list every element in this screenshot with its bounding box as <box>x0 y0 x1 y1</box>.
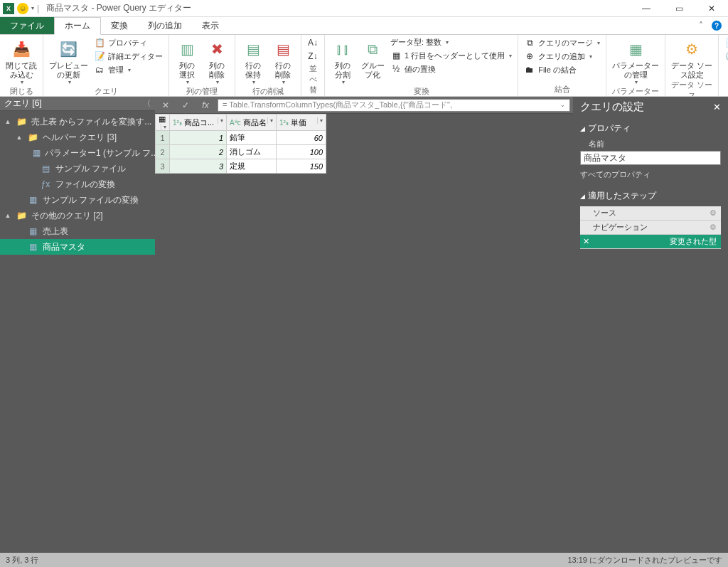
steps-list: ソース⚙ナビゲーション⚙✕変更された型 <box>580 206 721 249</box>
name-label: 名前 <box>580 137 721 151</box>
formula-commit-button[interactable]: ✓ <box>178 99 193 112</box>
tree-item[interactable]: ƒxファイルの変換 <box>0 176 155 192</box>
column-header[interactable]: 1²₃商品コ...▾ <box>170 115 227 131</box>
replace-values-button[interactable]: ½値の置換 <box>389 63 513 75</box>
datasource-settings-button[interactable]: ⚙データ ソー ス設定 <box>670 36 714 79</box>
tree-item[interactable]: ▲📁売上表 からファイルを変換す... <box>0 114 155 129</box>
close-load-button[interactable]: 📥 閉じて読 み込む ▾ <box>4 36 38 85</box>
tab-home[interactable]: ホーム <box>54 17 101 35</box>
step-item[interactable]: ナビゲーション⚙ <box>580 221 721 235</box>
tab-addcolumn[interactable]: 列の追加 <box>138 17 192 34</box>
refresh-preview-button[interactable]: 🔄 プレビュー の更新 ▾ <box>48 36 90 85</box>
all-properties-link[interactable]: すべてのプロパティ <box>580 165 721 184</box>
step-item[interactable]: ✕変更された型 <box>580 235 721 249</box>
tree-item[interactable]: ▤サンプル ファイル <box>0 161 155 176</box>
applied-steps-header[interactable]: ◢適用したステップ <box>580 187 721 205</box>
cell[interactable]: 1 <box>170 131 227 145</box>
minimize-button[interactable]: — <box>630 0 663 17</box>
help-button[interactable]: ? <box>710 17 724 34</box>
advanced-editor-button[interactable]: 📝詳細エディター <box>92 50 164 63</box>
column-header[interactable]: 1²₃単価▾ <box>277 115 326 131</box>
group-sort-label: 並べ替え <box>306 63 320 97</box>
cell[interactable]: 消しゴム <box>227 145 277 159</box>
cell[interactable]: 60 <box>277 131 326 145</box>
ribbon-collapse[interactable]: ˄ <box>694 17 708 34</box>
manage-button[interactable]: 🗂管理▾ <box>92 63 164 76</box>
remove-rows-icon: ▤ <box>272 38 294 60</box>
settings-title: クエリの設定 <box>580 100 644 114</box>
datatype-button[interactable]: データ型: 整数▾ <box>389 36 513 48</box>
remove-rows-button[interactable]: ▤行の 削除▾ <box>269 36 296 85</box>
column-header[interactable]: Aᴮc商品名▾ <box>227 115 277 131</box>
formula-bar: ✕ ✓ fx = Table.TransformColumnTypes(商品マス… <box>155 97 573 114</box>
manage-parameters-button[interactable]: ▦パラメーター の管理▾ <box>611 36 660 85</box>
cell[interactable]: 150 <box>277 159 326 174</box>
formula-expand-icon[interactable]: ⌄ <box>560 102 565 108</box>
merge-queries-button[interactable]: ⧉クエリのマージ▾ <box>523 36 601 49</box>
tree-item-label: パラメーター1 (サンプル フ... <box>45 147 155 159</box>
delete-step-icon[interactable]: ✕ <box>583 237 590 246</box>
step-label: ソース <box>593 208 616 218</box>
tab-transform[interactable]: 変換 <box>101 17 138 34</box>
title-divider: | <box>37 4 39 14</box>
settings-close-icon[interactable]: ✕ <box>713 102 721 112</box>
maximize-button[interactable]: ▭ <box>663 0 695 17</box>
new-source-icon: 📄 <box>724 37 728 48</box>
smiley-icon: ☺ <box>17 3 28 14</box>
cell[interactable]: 3 <box>170 159 227 174</box>
row-header[interactable]: 3 <box>156 159 170 174</box>
step-settings-icon[interactable]: ⚙ <box>710 223 717 232</box>
query-icon: ▦ <box>27 226 38 237</box>
grid-corner[interactable]: ▦▾ <box>156 115 170 131</box>
step-item[interactable]: ソース⚙ <box>580 206 721 221</box>
tree-item-label: ファイルの変換 <box>55 179 115 191</box>
tab-file[interactable]: ファイル <box>0 17 54 34</box>
titlebar: X ☺ ▾ | 商品マスタ - Power Query エディター — ▭ ✕ <box>0 0 728 17</box>
sort-desc-button[interactable]: Z↓ <box>306 50 320 63</box>
merge-icon: ⧉ <box>524 37 535 48</box>
close-button[interactable]: ✕ <box>695 0 728 17</box>
query-icon: ▦ <box>27 241 38 253</box>
first-row-header-button[interactable]: ▦1 行目をヘッダーとして使用▾ <box>389 49 513 62</box>
step-settings-icon[interactable]: ⚙ <box>710 208 717 218</box>
quick-access-dropdown[interactable]: ▾ <box>31 5 34 11</box>
choose-columns-button[interactable]: ▥列の 選択▾ <box>173 36 200 85</box>
tree-item[interactable]: ▦売上表 <box>0 223 155 239</box>
param-icon: ▦ <box>33 147 41 159</box>
cell[interactable]: 定規 <box>227 159 277 174</box>
cell[interactable]: 2 <box>170 145 227 159</box>
combine-files-button[interactable]: 🖿File の結合 <box>523 63 601 76</box>
ribbon: 📥 閉じて読 み込む ▾ 閉じる 🔄 プレビュー の更新 ▾ 📋プロパティ 📝詳… <box>0 34 728 97</box>
recent-sources-icon: 🕓 <box>724 51 728 62</box>
step-label: ナビゲーション <box>593 222 648 233</box>
formula-input[interactable]: = Table.TransformColumnTypes(商品マスタ_Table… <box>218 99 570 112</box>
formula-cancel-button[interactable]: ✕ <box>158 99 173 112</box>
cell[interactable]: 鉛筆 <box>227 131 277 145</box>
new-source-button[interactable]: 📄新しいソース▾ <box>723 36 728 49</box>
group-rows-label: 行の削減 <box>240 85 296 97</box>
queries-collapse-icon[interactable]: 〈 <box>143 98 151 109</box>
tree-item[interactable]: ▲📁ヘルパー クエリ [3] <box>0 129 155 145</box>
tree-item[interactable]: ▲📁その他のクエリ [2] <box>0 208 155 223</box>
recent-sources-button[interactable]: 🕓最近のソース▾ <box>723 50 728 63</box>
refresh-icon: 🔄 <box>58 38 80 60</box>
tree-item[interactable]: ▦商品マスタ <box>0 239 155 255</box>
remove-columns-icon: ✖ <box>205 38 228 60</box>
remove-columns-button[interactable]: ✖列の 削除▾ <box>203 36 230 85</box>
tree-item[interactable]: ▦パラメーター1 (サンプル フ... <box>0 145 155 161</box>
tab-view[interactable]: 表示 <box>192 17 229 34</box>
keep-rows-button[interactable]: ▤行の 保持▾ <box>240 36 267 85</box>
append-queries-button[interactable]: ⊕クエリの追加▾ <box>523 50 601 63</box>
split-column-button[interactable]: ⫿⫿列の 分割▾ <box>329 36 356 85</box>
sort-asc-button[interactable]: A↓ <box>306 36 320 49</box>
group-close-label: 閉じる <box>4 85 38 97</box>
properties-section-header[interactable]: ◢プロパティ <box>580 120 721 137</box>
data-grid[interactable]: ▦▾1²₃商品コ...▾Aᴮc商品名▾1²₃単価▾11鉛筆6022消しゴム100… <box>155 114 326 174</box>
cell[interactable]: 100 <box>277 145 326 159</box>
tree-item[interactable]: ▦サンプル ファイルの変換 <box>0 192 155 208</box>
query-name-input[interactable] <box>580 151 721 165</box>
row-header[interactable]: 1 <box>156 131 170 145</box>
properties-button[interactable]: 📋プロパティ <box>92 36 164 49</box>
row-header[interactable]: 2 <box>156 145 170 159</box>
group-by-button[interactable]: ⧉グルー プ化 <box>359 36 386 79</box>
